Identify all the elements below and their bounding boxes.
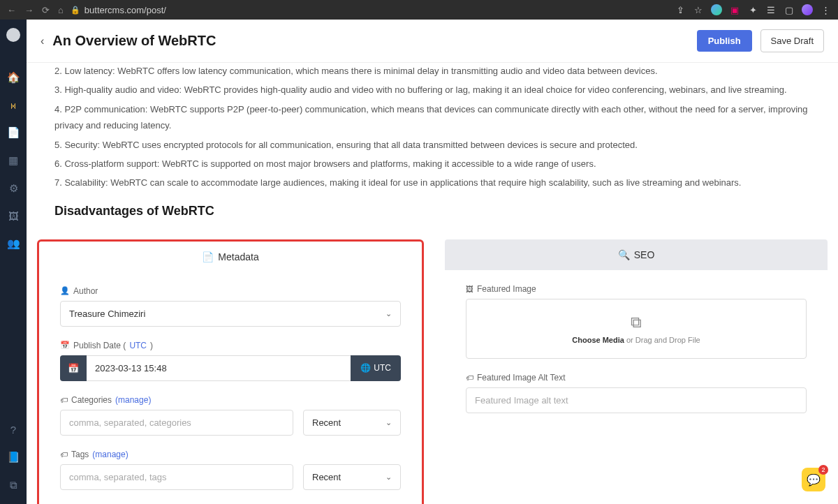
tags-label: Tags — [71, 450, 89, 459]
chat-widget[interactable]: 💬 2 — [802, 468, 825, 491]
publish-date-label-suffix: ) — [150, 341, 153, 350]
file-icon: 📄 — [202, 251, 214, 262]
main-area: ‹ An Overview of WebRTC Publish Save Dra… — [27, 20, 838, 504]
metadata-panel: 📄 Metadata 👤Author Treasure Chimeziri ⌄ … — [37, 239, 424, 504]
chevron-down-icon: ⌄ — [385, 309, 392, 318]
author-label: Author — [73, 286, 98, 296]
forward-icon[interactable]: → — [24, 5, 34, 15]
content-line: 7. Scalability: WebRTC can scale to acco… — [54, 175, 810, 191]
choose-media-link[interactable]: Choose Media — [572, 336, 624, 344]
page-header: ‹ An Overview of WebRTC Publish Save Dra… — [27, 20, 838, 63]
tags-input[interactable] — [69, 472, 284, 482]
collections-nav-icon[interactable]: ▦ — [8, 154, 18, 167]
star-icon[interactable]: ☆ — [693, 4, 704, 15]
more-icon[interactable]: ⋮ — [820, 4, 831, 15]
alt-text-input[interactable] — [475, 395, 797, 406]
reload-icon[interactable]: ⟳ — [42, 5, 50, 15]
editor-content[interactable]: 2. Low latency: WebRTC offers low latenc… — [27, 63, 838, 225]
user-icon: 👤 — [60, 286, 70, 295]
tag-icon: 🏷 — [60, 396, 68, 404]
featured-image-label: Featured Image — [477, 284, 536, 294]
extension-b-icon[interactable]: ▣ — [729, 4, 740, 15]
profile-avatar-icon[interactable] — [802, 4, 813, 15]
butter-nav-icon[interactable]: ⳮ — [10, 99, 16, 111]
url-text[interactable]: buttercms.com/post/ — [84, 5, 166, 15]
content-heading: Disadvantages of WebRTC — [54, 204, 810, 218]
browser-bar: ← → ⟳ ⌂ 🔒 buttercms.com/post/ ⇪ ☆ ▣ ✦ ☰ … — [0, 0, 838, 20]
extensions-icon[interactable]: ✦ — [747, 4, 758, 15]
content-line: 5. Security: WebRTC uses encrypted proto… — [54, 137, 810, 153]
author-select[interactable]: Treasure Chimeziri ⌄ — [60, 301, 401, 327]
publish-date-label-prefix: Publish Date ( — [73, 341, 126, 350]
categories-manage-link[interactable]: (manage) — [115, 395, 151, 405]
chevron-down-icon: ⌄ — [385, 473, 392, 482]
reading-list-icon[interactable]: ☰ — [765, 4, 777, 15]
app-sidebar: 🏠 ⳮ 📄 ▦ ⚙ 🖼 👥 ? 📘 ⧉ — [0, 20, 27, 504]
tab-metadata[interactable]: 📄 Metadata — [39, 242, 422, 272]
globe-icon: 🌐 — [360, 363, 371, 373]
back-arrow-icon[interactable]: ‹ — [41, 35, 44, 47]
share-icon[interactable]: ⇪ — [675, 4, 686, 15]
calendar-icon: 📅 — [60, 341, 70, 350]
extension-a-icon[interactable] — [711, 4, 722, 15]
date-picker-button[interactable]: 📅 — [60, 355, 87, 381]
home-icon[interactable]: ⌂ — [58, 5, 64, 15]
tags-manage-link[interactable]: (manage) — [92, 450, 128, 459]
stack-icon: ⧉ — [631, 313, 642, 332]
tag-icon: 🏷 — [466, 373, 473, 382]
content-line: 4. P2P communication: WebRTC supports P2… — [54, 101, 810, 134]
categories-input-wrap[interactable] — [60, 410, 293, 436]
alt-text-label: Featured Image Alt Text — [477, 373, 566, 383]
alt-text-input-wrap[interactable] — [466, 387, 807, 413]
users-nav-icon[interactable]: 👥 — [7, 237, 20, 250]
chat-badge: 2 — [818, 465, 828, 475]
help-nav-icon[interactable]: ? — [10, 424, 16, 436]
panel-icon[interactable]: ▢ — [784, 4, 795, 15]
components-nav-icon[interactable]: ⚙ — [9, 182, 18, 195]
categories-input[interactable] — [69, 417, 284, 428]
tab-metadata-label: Metadata — [218, 251, 258, 262]
utc-link[interactable]: UTC — [129, 341, 147, 350]
publish-button[interactable]: Publish — [697, 30, 752, 52]
user-avatar[interactable] — [6, 28, 20, 42]
tab-seo[interactable]: 🔍 SEO — [445, 239, 828, 270]
seo-panel: 🔍 SEO 🖼Featured Image ⧉ Choose Media or … — [445, 239, 828, 504]
tags-input-wrap[interactable] — [60, 464, 293, 490]
media-nav-icon[interactable]: 🖼 — [8, 210, 19, 222]
categories-recent-select[interactable]: Recent⌄ — [303, 410, 401, 436]
back-icon[interactable]: ← — [7, 5, 16, 15]
chevron-down-icon: ⌄ — [385, 418, 392, 427]
categories-label: Categories — [71, 395, 112, 405]
tags-recent-select[interactable]: Recent⌄ — [303, 464, 401, 490]
tag-icon: 🏷 — [60, 450, 68, 459]
utc-button[interactable]: 🌐UTC — [351, 355, 401, 381]
publish-date-input[interactable]: 2023-03-13 15:48 — [87, 355, 351, 381]
home-nav-icon[interactable]: 🏠 — [7, 71, 20, 84]
search-icon: 🔍 — [618, 249, 630, 260]
content-line: 2. Low latency: WebRTC offers low latenc… — [54, 63, 810, 79]
pages-nav-icon[interactable]: 📄 — [7, 126, 20, 139]
chat-icon: 💬 — [807, 473, 821, 487]
drag-drop-text: or Drag and Drop File — [624, 336, 700, 344]
image-icon: 🖼 — [466, 285, 473, 293]
author-value: Treasure Chimeziri — [69, 309, 145, 319]
content-line: 3. High-quality audio and video: WebRTC … — [54, 82, 810, 98]
tabs-row: 📄 Metadata 👤Author Treasure Chimeziri ⌄ … — [37, 239, 828, 504]
lock-icon: 🔒 — [71, 6, 80, 15]
docs-nav-icon[interactable]: 📘 — [7, 451, 20, 464]
page-title: An Overview of WebRTC — [52, 33, 688, 49]
featured-image-dropzone[interactable]: ⧉ Choose Media or Drag and Drop File — [466, 299, 807, 359]
stack-nav-icon[interactable]: ⧉ — [10, 479, 17, 491]
save-draft-button[interactable]: Save Draft — [760, 29, 824, 52]
content-line: 6. Cross-platform support: WebRTC is sup… — [54, 156, 810, 172]
tab-seo-label: SEO — [634, 249, 655, 260]
